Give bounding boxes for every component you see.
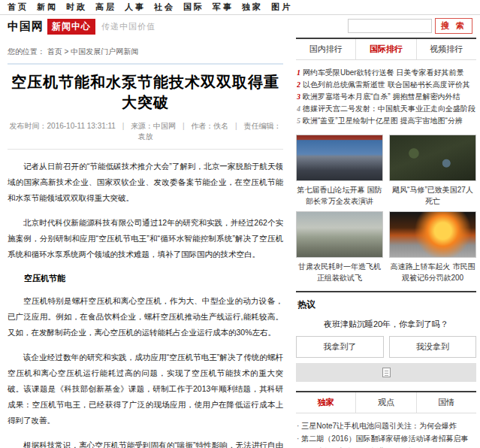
tab-video-ranking[interactable]: 视频排行 <box>416 39 476 59</box>
rank-number: 4 <box>297 104 300 113</box>
rank-number: 2 <box>297 80 300 89</box>
editor-label: 责任编辑： <box>243 122 281 130</box>
list-item[interactable]: ·俄国防部：加入叙停火进程居民点数量增至760个 <box>297 445 475 448</box>
article-paragraph: 空压机特别是螺杆空压机和离心空压机，作为大、中型企业的动力设备，已广泛应用。例如… <box>8 293 283 341</box>
news-center-badge[interactable]: 新闻中心 <box>47 19 95 35</box>
article-subheading: 空压机节能 <box>8 273 283 284</box>
bullet: · <box>297 434 299 443</box>
article-paragraph: 根据科技常识，离心空压机节能受到固有的“喘振”特性影响，无法进行自由速度调节，北… <box>8 437 283 448</box>
nav-personnel[interactable]: 人事 <box>125 2 146 13</box>
tab-opinion[interactable]: 观点 <box>355 392 415 413</box>
top-nav: 首页 新闻 时政 高层 人事 社会 国际 军事 独家 图片 <box>0 0 480 15</box>
breadcrumb-home-link[interactable]: 首页 <box>47 47 62 56</box>
site-slogan: 传递中国价值 <box>101 21 155 32</box>
nav-home[interactable]: 首页 <box>8 2 29 13</box>
section-tabs: 独家 观点 国情 <box>296 391 476 413</box>
search-area: 搜 索 <box>348 18 472 34</box>
breadcrumb-label: 您的位置： <box>8 47 45 56</box>
search-button[interactable]: 搜 索 <box>435 18 472 34</box>
tab-domestic-ranking[interactable]: 国内排行 <box>296 39 355 59</box>
photo-news-item[interactable]: 高速路上轿车起火 市民围观被记6分罚款200 <box>389 211 476 283</box>
tab-exclusive[interactable]: 独家 <box>296 392 355 413</box>
nav-photos[interactable]: 图片 <box>271 2 292 13</box>
bullet: · <box>297 422 299 430</box>
hot-topic-header: 热议 <box>296 291 476 314</box>
nav-exclusive[interactable]: 独家 <box>242 2 263 13</box>
tab-international-ranking[interactable]: 国际排行 <box>355 39 415 59</box>
list-item-text: 第二期（2016）国际翻译家研修活动译者招募启事 <box>301 434 468 443</box>
article-column: 您的位置： 首页 > 中国发展门户网新闻 空压机节能和水泵节能技术双双取得重大突… <box>0 38 291 448</box>
nav-society[interactable]: 社会 <box>154 2 175 13</box>
ranking-item[interactable]: 1网约车受限Uber欲转行送餐 日美专家看好其前景 <box>297 67 475 79</box>
meta-divider: | <box>235 122 237 130</box>
ranking-item-text: 网约车受限Uber欲转行送餐 日美专家看好其前景 <box>303 68 463 77</box>
sidebar: 国内排行 国际排行 视频排行 1网约车受限Uber欲转行送餐 日美专家看好其前景… <box>296 38 480 448</box>
document-icon <box>382 368 391 377</box>
exclusive-list: ·三星Note7让手机电池问题引关注：为何会爆炸 ·第二期（2016）国际翻译家… <box>296 413 476 448</box>
article: 空压机节能和水泵节能技术双双取得重大突破 发布时间：2016-10-11 13:… <box>8 63 283 448</box>
site-logo[interactable]: 中国网 <box>8 20 44 34</box>
nav-top-level[interactable]: 高层 <box>95 2 116 13</box>
source-label: 来源： <box>131 122 153 130</box>
rank-number: 3 <box>297 92 300 101</box>
article-paragraph: 北京时代科仪新能源科技有限公司通过12年的研究和实践，并经过262个实施案例，分… <box>8 215 283 262</box>
page-title: 空压机节能和水泵节能技术双双取得重大突破 <box>8 72 283 113</box>
list-item[interactable]: ·三星Note7让手机电池问题引关注：为何会爆炸 <box>297 419 475 432</box>
meta-divider: | <box>122 122 125 130</box>
breadcrumb: 您的位置： 首页 > 中国发展门户网新闻 <box>8 47 283 57</box>
ranking-item[interactable]: 3欧洲罗塞塔号本月底“自杀” 拥抱彗星解密内外结 <box>297 91 475 103</box>
search-input[interactable] <box>348 19 432 33</box>
article-paragraph: 记者从日前召开的“节能低碳技术推介大会”了解到，北京一家脱胎于航天领域的国家高新… <box>8 159 283 206</box>
publish-time-label: 发布时间： <box>10 122 47 130</box>
breadcrumb-separator: > <box>65 47 69 56</box>
rank-number: 1 <box>297 68 300 77</box>
conference-photo <box>296 135 383 181</box>
ranking-item-text: 欧洲“盖亚”卫星绘制十亿星图 提高宇宙地图“分辨 <box>303 117 463 125</box>
ranking-item-text: 以色列前总统佩雷斯逝世 联合国秘书长高度评价其 <box>303 80 470 89</box>
ranking-item-text: 德媒评天宫二号发射：中国航天事业正走向全盛阶段 <box>303 104 475 113</box>
vote-yes-button[interactable]: 我拿到了 <box>296 336 384 358</box>
source-value: 中国网 <box>153 122 176 130</box>
vote-buttons: 我拿到了 我没拿到 <box>296 336 476 358</box>
list-item[interactable]: ·第二期（2016）国际翻译家研修活动译者招募启事 <box>297 432 475 445</box>
photo-news-item[interactable]: 第七届香山论坛开幕 国防部长常万全发表演讲 <box>296 135 383 207</box>
ranking-item[interactable]: 5欧洲“盖亚”卫星绘制十亿星图 提高宇宙地图“分辨 <box>297 115 475 127</box>
breadcrumb-current: 中国发展门户网新闻 <box>71 47 138 56</box>
meta-divider: | <box>183 122 185 130</box>
ranking-list: 1网约车受限Uber欲转行送餐 日美专家看好其前景 2以色列前总统佩雷斯逝世 联… <box>296 60 476 132</box>
nav-politics[interactable]: 时政 <box>66 2 87 13</box>
photo-caption: 飓风“马修”已致美国27人死亡 <box>389 184 476 207</box>
photo-caption: 第七届香山论坛开幕 国防部长常万全发表演讲 <box>296 184 383 207</box>
nav-world[interactable]: 国际 <box>183 2 204 13</box>
photo-news-grid: 第七届香山论坛开幕 国防部长常万全发表演讲 飓风“马修”已致美国27人死亡 甘肃… <box>296 135 476 283</box>
vote-no-button[interactable]: 我没拿到 <box>389 336 477 358</box>
list-item-text: 三星Note7让手机电池问题引关注：为何会爆炸 <box>301 422 457 430</box>
photo-news-item[interactable]: 飓风“马修”已致美国27人死亡 <box>389 135 476 207</box>
article-paragraph: 该企业经过数年的研究和实践，成功应用“空压机节电王”解决了传统的螺杆空压机和离心… <box>8 350 283 428</box>
photo-caption: 甘肃农民耗时一年造飞机 正组装欲试飞 <box>296 261 383 283</box>
burning-car-photo <box>389 211 476 258</box>
hot-topic-question: 夜班津贴沉睡20年，你拿到了吗？ <box>296 319 476 330</box>
ranking-item[interactable]: 4德媒评天宫二号发射：中国航天事业正走向全盛阶段 <box>297 103 475 115</box>
ranking-item-text: 欧洲罗塞塔号本月底“自杀” 拥抱彗星解密内外结 <box>303 92 460 101</box>
ranking-item[interactable]: 2以色列前总统佩雷斯逝世 联合国秘书长高度评价其 <box>297 79 475 91</box>
nav-military[interactable]: 军事 <box>213 2 234 13</box>
photo-news-item[interactable]: 甘肃农民耗时一年造飞机 正组装欲试飞 <box>296 211 383 283</box>
publish-time: 2016-10-11 13:31:11 <box>47 122 116 130</box>
nav-news[interactable]: 新闻 <box>37 2 58 13</box>
embed-placeholder <box>296 363 476 382</box>
homemade-plane-photo <box>296 211 383 258</box>
main-content: 您的位置： 首页 > 中国发展门户网新闻 空压机节能和水泵节能技术双双取得重大突… <box>0 38 480 448</box>
rank-number: 5 <box>297 117 300 125</box>
article-meta: 发布时间：2016-10-11 13:31:11 | 来源：中国网 | 作者：佚… <box>8 121 283 150</box>
author-label: 作者： <box>191 122 213 130</box>
tab-national[interactable]: 国情 <box>416 392 476 413</box>
photo-caption: 高速路上轿车起火 市民围观被记6分罚款200 <box>389 261 476 283</box>
author-value: 佚名 <box>213 122 228 130</box>
editor-value: 袁放 <box>138 132 153 141</box>
ranking-tabs: 国内排行 国际排行 视频排行 <box>296 38 476 60</box>
site-header: 中国网 新闻中心 传递中国价值 搜 索 <box>0 15 480 38</box>
hurricane-flood-photo <box>389 135 476 181</box>
